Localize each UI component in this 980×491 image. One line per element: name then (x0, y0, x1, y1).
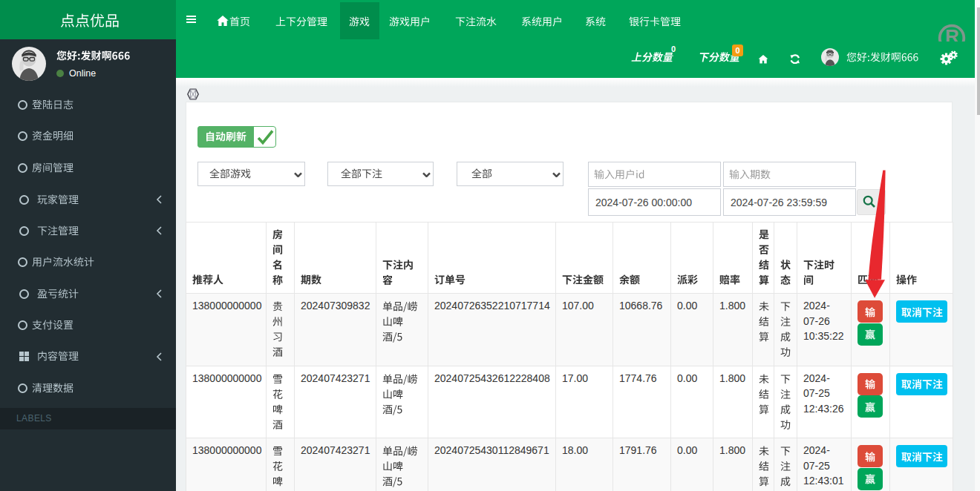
svg-text:R: R (945, 25, 959, 42)
